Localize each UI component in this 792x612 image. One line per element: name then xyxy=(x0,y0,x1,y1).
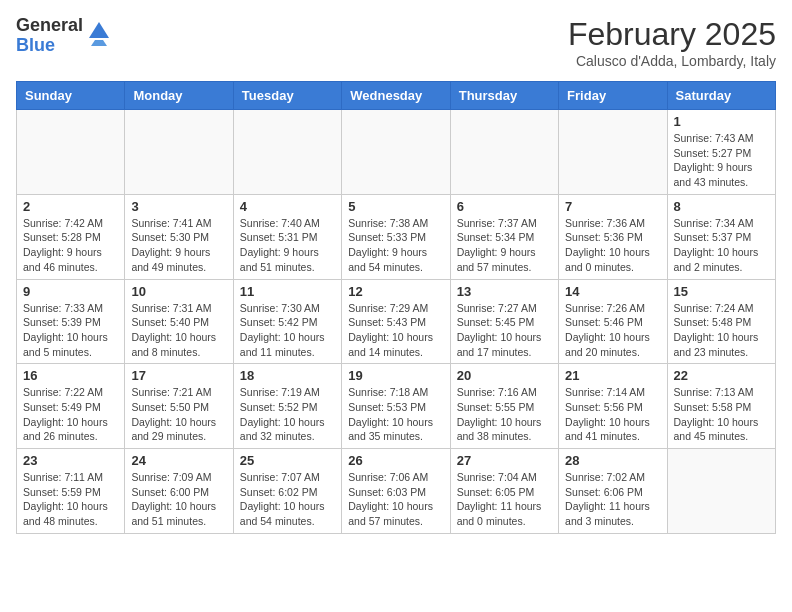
day-number: 27 xyxy=(457,453,552,468)
calendar-cell: 9Sunrise: 7:33 AM Sunset: 5:39 PM Daylig… xyxy=(17,279,125,364)
day-info: Sunrise: 7:06 AM Sunset: 6:03 PM Dayligh… xyxy=(348,470,443,529)
calendar-cell xyxy=(559,110,667,195)
calendar-week-row: 9Sunrise: 7:33 AM Sunset: 5:39 PM Daylig… xyxy=(17,279,776,364)
calendar-cell: 5Sunrise: 7:38 AM Sunset: 5:33 PM Daylig… xyxy=(342,194,450,279)
calendar-cell: 14Sunrise: 7:26 AM Sunset: 5:46 PM Dayli… xyxy=(559,279,667,364)
calendar-week-row: 2Sunrise: 7:42 AM Sunset: 5:28 PM Daylig… xyxy=(17,194,776,279)
day-number: 22 xyxy=(674,368,769,383)
day-info: Sunrise: 7:19 AM Sunset: 5:52 PM Dayligh… xyxy=(240,385,335,444)
calendar-cell xyxy=(233,110,341,195)
title-section: February 2025 Calusco d'Adda, Lombardy, … xyxy=(568,16,776,69)
day-number: 26 xyxy=(348,453,443,468)
calendar-cell: 12Sunrise: 7:29 AM Sunset: 5:43 PM Dayli… xyxy=(342,279,450,364)
svg-marker-1 xyxy=(91,40,107,46)
calendar-cell: 7Sunrise: 7:36 AM Sunset: 5:36 PM Daylig… xyxy=(559,194,667,279)
day-number: 14 xyxy=(565,284,660,299)
calendar-cell: 3Sunrise: 7:41 AM Sunset: 5:30 PM Daylig… xyxy=(125,194,233,279)
day-number: 6 xyxy=(457,199,552,214)
calendar-week-row: 1Sunrise: 7:43 AM Sunset: 5:27 PM Daylig… xyxy=(17,110,776,195)
calendar-cell: 26Sunrise: 7:06 AM Sunset: 6:03 PM Dayli… xyxy=(342,449,450,534)
calendar-cell: 18Sunrise: 7:19 AM Sunset: 5:52 PM Dayli… xyxy=(233,364,341,449)
page-header: General Blue February 2025 Calusco d'Add… xyxy=(16,16,776,69)
calendar-cell: 20Sunrise: 7:16 AM Sunset: 5:55 PM Dayli… xyxy=(450,364,558,449)
day-number: 18 xyxy=(240,368,335,383)
day-number: 21 xyxy=(565,368,660,383)
logo-icon xyxy=(85,18,113,46)
calendar-cell: 25Sunrise: 7:07 AM Sunset: 6:02 PM Dayli… xyxy=(233,449,341,534)
day-number: 15 xyxy=(674,284,769,299)
location: Calusco d'Adda, Lombardy, Italy xyxy=(568,53,776,69)
calendar-cell: 1Sunrise: 7:43 AM Sunset: 5:27 PM Daylig… xyxy=(667,110,775,195)
day-number: 4 xyxy=(240,199,335,214)
day-info: Sunrise: 7:13 AM Sunset: 5:58 PM Dayligh… xyxy=(674,385,769,444)
day-number: 9 xyxy=(23,284,118,299)
day-number: 12 xyxy=(348,284,443,299)
calendar-week-row: 23Sunrise: 7:11 AM Sunset: 5:59 PM Dayli… xyxy=(17,449,776,534)
day-number: 28 xyxy=(565,453,660,468)
calendar-cell: 13Sunrise: 7:27 AM Sunset: 5:45 PM Dayli… xyxy=(450,279,558,364)
calendar-cell xyxy=(125,110,233,195)
day-info: Sunrise: 7:22 AM Sunset: 5:49 PM Dayligh… xyxy=(23,385,118,444)
day-number: 5 xyxy=(348,199,443,214)
calendar-cell: 2Sunrise: 7:42 AM Sunset: 5:28 PM Daylig… xyxy=(17,194,125,279)
day-info: Sunrise: 7:27 AM Sunset: 5:45 PM Dayligh… xyxy=(457,301,552,360)
logo: General Blue xyxy=(16,16,113,56)
day-number: 17 xyxy=(131,368,226,383)
weekday-header-sunday: Sunday xyxy=(17,82,125,110)
calendar-cell: 28Sunrise: 7:02 AM Sunset: 6:06 PM Dayli… xyxy=(559,449,667,534)
calendar-cell: 24Sunrise: 7:09 AM Sunset: 6:00 PM Dayli… xyxy=(125,449,233,534)
day-info: Sunrise: 7:33 AM Sunset: 5:39 PM Dayligh… xyxy=(23,301,118,360)
day-info: Sunrise: 7:36 AM Sunset: 5:36 PM Dayligh… xyxy=(565,216,660,275)
day-number: 25 xyxy=(240,453,335,468)
calendar-cell: 16Sunrise: 7:22 AM Sunset: 5:49 PM Dayli… xyxy=(17,364,125,449)
day-info: Sunrise: 7:18 AM Sunset: 5:53 PM Dayligh… xyxy=(348,385,443,444)
calendar-cell: 23Sunrise: 7:11 AM Sunset: 5:59 PM Dayli… xyxy=(17,449,125,534)
calendar-cell: 6Sunrise: 7:37 AM Sunset: 5:34 PM Daylig… xyxy=(450,194,558,279)
day-info: Sunrise: 7:29 AM Sunset: 5:43 PM Dayligh… xyxy=(348,301,443,360)
day-info: Sunrise: 7:04 AM Sunset: 6:05 PM Dayligh… xyxy=(457,470,552,529)
day-info: Sunrise: 7:40 AM Sunset: 5:31 PM Dayligh… xyxy=(240,216,335,275)
day-info: Sunrise: 7:30 AM Sunset: 5:42 PM Dayligh… xyxy=(240,301,335,360)
day-number: 8 xyxy=(674,199,769,214)
day-number: 1 xyxy=(674,114,769,129)
weekday-header-wednesday: Wednesday xyxy=(342,82,450,110)
day-info: Sunrise: 7:37 AM Sunset: 5:34 PM Dayligh… xyxy=(457,216,552,275)
weekday-header-row: SundayMondayTuesdayWednesdayThursdayFrid… xyxy=(17,82,776,110)
calendar-cell: 15Sunrise: 7:24 AM Sunset: 5:48 PM Dayli… xyxy=(667,279,775,364)
day-number: 16 xyxy=(23,368,118,383)
day-info: Sunrise: 7:31 AM Sunset: 5:40 PM Dayligh… xyxy=(131,301,226,360)
day-info: Sunrise: 7:07 AM Sunset: 6:02 PM Dayligh… xyxy=(240,470,335,529)
calendar-cell: 21Sunrise: 7:14 AM Sunset: 5:56 PM Dayli… xyxy=(559,364,667,449)
calendar-table: SundayMondayTuesdayWednesdayThursdayFrid… xyxy=(16,81,776,534)
calendar-cell xyxy=(450,110,558,195)
day-info: Sunrise: 7:38 AM Sunset: 5:33 PM Dayligh… xyxy=(348,216,443,275)
day-number: 10 xyxy=(131,284,226,299)
calendar-cell: 11Sunrise: 7:30 AM Sunset: 5:42 PM Dayli… xyxy=(233,279,341,364)
day-info: Sunrise: 7:09 AM Sunset: 6:00 PM Dayligh… xyxy=(131,470,226,529)
calendar-cell xyxy=(342,110,450,195)
day-number: 24 xyxy=(131,453,226,468)
day-number: 11 xyxy=(240,284,335,299)
day-number: 23 xyxy=(23,453,118,468)
calendar-cell xyxy=(17,110,125,195)
calendar-cell: 27Sunrise: 7:04 AM Sunset: 6:05 PM Dayli… xyxy=(450,449,558,534)
day-info: Sunrise: 7:24 AM Sunset: 5:48 PM Dayligh… xyxy=(674,301,769,360)
day-info: Sunrise: 7:26 AM Sunset: 5:46 PM Dayligh… xyxy=(565,301,660,360)
day-info: Sunrise: 7:42 AM Sunset: 5:28 PM Dayligh… xyxy=(23,216,118,275)
weekday-header-monday: Monday xyxy=(125,82,233,110)
weekday-header-tuesday: Tuesday xyxy=(233,82,341,110)
day-info: Sunrise: 7:41 AM Sunset: 5:30 PM Dayligh… xyxy=(131,216,226,275)
day-info: Sunrise: 7:43 AM Sunset: 5:27 PM Dayligh… xyxy=(674,131,769,190)
calendar-cell xyxy=(667,449,775,534)
day-number: 7 xyxy=(565,199,660,214)
day-info: Sunrise: 7:34 AM Sunset: 5:37 PM Dayligh… xyxy=(674,216,769,275)
logo-blue-text: Blue xyxy=(16,36,83,56)
weekday-header-thursday: Thursday xyxy=(450,82,558,110)
calendar-cell: 19Sunrise: 7:18 AM Sunset: 5:53 PM Dayli… xyxy=(342,364,450,449)
weekday-header-saturday: Saturday xyxy=(667,82,775,110)
calendar-week-row: 16Sunrise: 7:22 AM Sunset: 5:49 PM Dayli… xyxy=(17,364,776,449)
svg-marker-0 xyxy=(89,22,109,38)
day-info: Sunrise: 7:11 AM Sunset: 5:59 PM Dayligh… xyxy=(23,470,118,529)
day-number: 13 xyxy=(457,284,552,299)
calendar-cell: 17Sunrise: 7:21 AM Sunset: 5:50 PM Dayli… xyxy=(125,364,233,449)
